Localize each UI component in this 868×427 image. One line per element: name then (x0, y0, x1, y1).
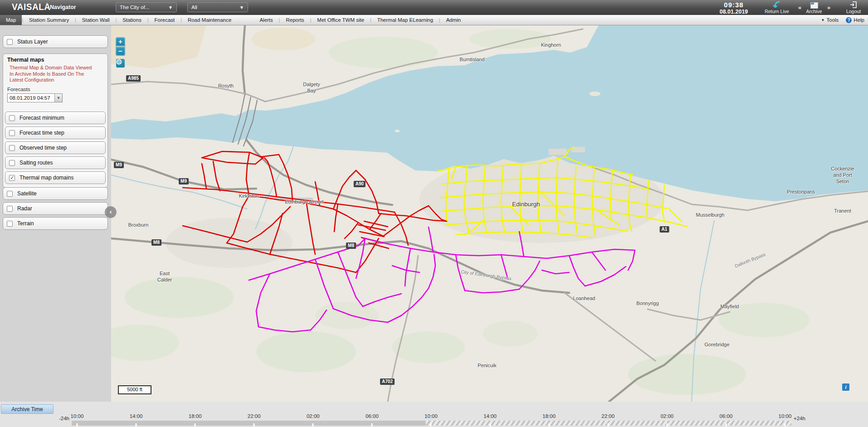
globe-button[interactable] (116, 59, 125, 68)
return-live-button[interactable]: Return Live (762, 1, 792, 14)
help-icon: ? (846, 17, 852, 23)
terrain-label: Terrain (17, 220, 34, 227)
tab-station-summary[interactable]: Station Summary (23, 15, 75, 25)
timeline-start-label: -24h (59, 416, 69, 421)
timeline-scrubber[interactable] (72, 421, 791, 426)
timeline-tick-label: 10:00 (779, 413, 792, 419)
thermal-domain-magenta (249, 227, 635, 332)
top-bar: VAISALA / Navigator The City of... ▼ All… (0, 0, 868, 15)
globe-icon (116, 59, 122, 65)
timeline-end-label: +24h (794, 416, 805, 421)
tab-bar-tabs: Map|Station Summary|Station Wall|Station… (0, 15, 467, 25)
tab-station-wall[interactable]: Station Wall (76, 15, 116, 25)
observed-time-step-checkbox[interactable] (9, 145, 15, 151)
thermal-map-domains-checkbox[interactable] (9, 175, 15, 181)
timeline-tick-label: 02:00 (660, 413, 673, 419)
tab-reports[interactable]: Reports (280, 15, 310, 25)
help-button[interactable]: ? Help (846, 17, 864, 23)
satellite-label: Satellite (17, 190, 37, 197)
vaisala-logo: VAISALA (12, 2, 50, 13)
map-canvas[interactable]: KinghornBurntislandRosythDalgetyBayKirkl… (111, 25, 868, 402)
layer-salting-routes[interactable]: Salting routes (5, 156, 106, 169)
info-button[interactable]: i (842, 383, 849, 391)
map-scale: 5000 ft (118, 385, 151, 394)
thermal-maps-title: Thermal maps (7, 57, 44, 63)
tab-thermal-map-elearning[interactable]: Thermal Map ELearning (371, 15, 439, 25)
salting-routes-label: Salting routes (20, 160, 53, 166)
archive-prev-button[interactable]: « (798, 4, 801, 11)
forecast-time-step-label: Forecast time step (20, 130, 64, 136)
forecast-time-value: 08.01.2019 04:57 (8, 94, 54, 102)
current-date: 08.01.2019 (711, 9, 756, 15)
tab-map[interactable]: Map (0, 15, 22, 25)
zoom-in-button[interactable]: + (116, 37, 125, 46)
filter-select[interactable]: All ▼ (187, 2, 248, 12)
tab-bar: Map|Station Summary|Station Wall|Station… (0, 15, 868, 25)
layer-observed-time-step[interactable]: Observed time step (5, 141, 106, 154)
status-layer-checkbox[interactable] (7, 39, 13, 45)
chevron-down-icon: ▼ (168, 5, 173, 10)
layer-thermal-map-domains[interactable]: Thermal map domains (5, 171, 106, 184)
return-live-icon (762, 1, 792, 9)
layer-forecast-minimum[interactable]: Forecast minimum (5, 112, 106, 124)
region-select-value: The City of... (120, 5, 149, 10)
content: Status Layer Thermal maps Thermal Map & … (0, 25, 868, 402)
timeline-tick-label: 02:00 (307, 413, 320, 419)
satellite-checkbox[interactable] (7, 191, 13, 197)
help-label: Help (853, 17, 864, 23)
logout-door-icon (842, 1, 865, 9)
forecast-minimum-checkbox[interactable] (9, 115, 15, 121)
region-select[interactable]: The City of... ▼ (116, 2, 177, 12)
observed-time-step-label: Observed time step (20, 145, 67, 151)
tools-label: Tools (826, 17, 839, 23)
archive-next-button[interactable]: » (827, 4, 830, 11)
timeline-tick-label: 22:00 (601, 413, 614, 419)
archive-button[interactable]: Archive (804, 1, 824, 14)
layer-terrain[interactable]: Terrain (3, 217, 108, 230)
logout-button[interactable]: Logout (842, 1, 865, 14)
forecasts-label: Forecasts (7, 87, 30, 92)
timeline-tick-label: 10:00 (424, 413, 438, 419)
tab-admin[interactable]: Admin (440, 15, 467, 25)
map-base-svg (111, 25, 868, 402)
archive-time-button[interactable]: Archive Time (1, 404, 54, 414)
tab-stations[interactable]: Stations (117, 15, 147, 25)
layer-forecast-time-step[interactable]: Forecast time step (5, 126, 106, 139)
tab-bar-right: ▼ Tools ? Help (821, 15, 864, 25)
tab-met-office-twm-site[interactable]: Met Office TWM site (311, 15, 370, 25)
forecast-time-select[interactable]: 08.01.2019 04:57 ▼ (7, 93, 63, 102)
chevron-down-icon: ▼ (239, 5, 244, 10)
layer-radar[interactable]: Radar (3, 202, 108, 215)
timeline-future-hatch (426, 421, 791, 426)
archive-mode-warning: Thermal Map & Domain Data Viewed In Arch… (10, 65, 94, 83)
tab-forecast[interactable]: Forecast (149, 15, 181, 25)
forecast-minimum-label: Forecast minimum (20, 115, 64, 121)
thermal-map-domains-label: Thermal map domains (20, 175, 73, 181)
timeline-bar: Archive Time -24h +24h 10:0014:0018:0022… (0, 402, 868, 427)
current-time: 09:38 (711, 1, 756, 9)
chevron-down-icon[interactable]: ▼ (54, 94, 62, 102)
tab-road-maintenance[interactable]: Road Maintenance (182, 15, 238, 25)
product-name: Navigator (50, 4, 76, 10)
layer-satellite[interactable]: Satellite (3, 187, 108, 200)
tab-alerts[interactable]: Alerts (254, 15, 278, 25)
tools-menu[interactable]: ▼ Tools (821, 17, 839, 23)
forecast-time-step-checkbox[interactable] (9, 130, 15, 136)
layers-sidebar: Status Layer Thermal maps Thermal Map & … (0, 25, 111, 402)
sidebar-collapse-button[interactable]: ‹ (105, 206, 117, 218)
timeline-tick-label: 06:00 (366, 413, 379, 419)
clock: 09:38 08.01.2019 (711, 1, 756, 15)
logo-divider: / (45, 2, 47, 10)
timeline-tick-label: 22:00 (248, 413, 261, 419)
triangle-down-icon: ▼ (821, 18, 825, 22)
filter-select-value: All (191, 5, 197, 10)
salting-routes-checkbox[interactable] (9, 160, 15, 166)
timeline-tick-label: 18:00 (189, 413, 202, 419)
calendar-icon (804, 1, 824, 9)
radar-checkbox[interactable] (7, 206, 13, 212)
terrain-checkbox[interactable] (7, 221, 13, 227)
layer-status-layer[interactable]: Status Layer (3, 35, 108, 48)
timeline-tick-label: 10:00 (71, 413, 84, 419)
zoom-out-button[interactable]: − (116, 47, 125, 56)
archive-label: Archive (804, 9, 824, 14)
